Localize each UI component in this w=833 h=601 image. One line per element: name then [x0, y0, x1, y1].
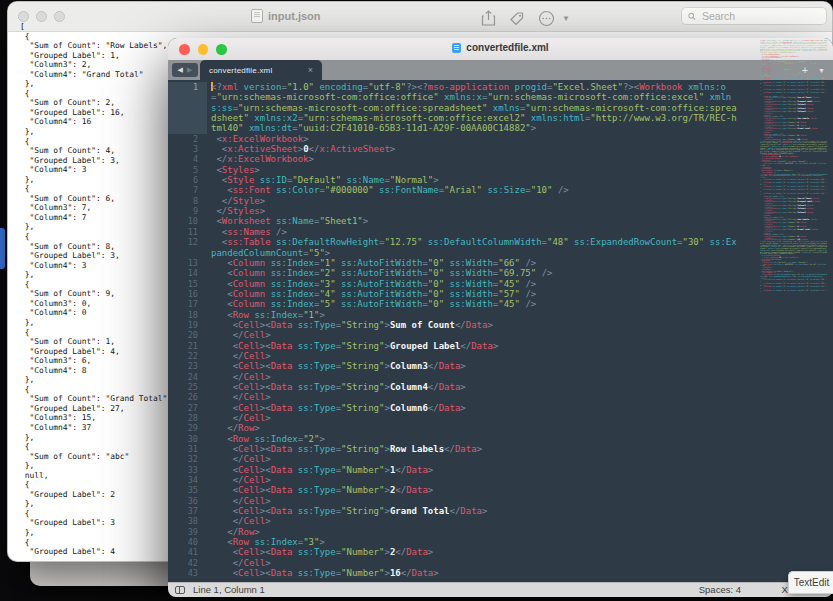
line-number: 42	[168, 558, 207, 568]
minimize-window-button[interactable]	[36, 11, 47, 22]
line-number: 26	[168, 392, 207, 402]
code-line: 14 <Column ss:Index="2" ss:AutoFitWidth=…	[168, 268, 833, 278]
line-number: 4	[168, 154, 207, 164]
code-line: 36 </Cell>	[168, 496, 833, 506]
line-number: 35	[168, 485, 207, 495]
line-number: 43	[168, 568, 207, 578]
line-number: 27	[168, 403, 207, 413]
code-line: 35 <Cell><Data ss:Type="Number">2</Data>	[168, 485, 833, 495]
line-number: 14	[168, 268, 207, 278]
line-number: 16	[168, 289, 207, 299]
code-line: 3 <x:ActiveSheet>0</x:ActiveSheet>	[168, 144, 833, 154]
line-number: 1	[168, 82, 207, 134]
line-number: 7	[168, 185, 207, 195]
tab-convertedfile-xml[interactable]: convertedfile.xml ×	[200, 60, 322, 80]
code-line: 24 </Cell>	[168, 372, 833, 382]
line-number: 36	[168, 496, 207, 506]
line-number: 22	[168, 351, 207, 361]
code-line: 29 </Row>	[168, 423, 833, 433]
code-line: 13 <Column ss:Index="1" ss:AutoFitWidth=…	[168, 258, 833, 268]
line-number: 25	[168, 382, 207, 392]
line-number: 17	[168, 299, 207, 309]
code-line: 26 </Cell>	[168, 392, 833, 402]
window-title: convertedfile.xml	[466, 42, 548, 53]
tab-label: convertedfile.xml	[200, 66, 272, 75]
line-number: 11	[168, 227, 207, 237]
line-number: 40	[168, 537, 207, 547]
line-number: 37	[168, 506, 207, 516]
code-line: 12 <ss:Table ss:DefaultRowHeight="12.75"…	[168, 237, 833, 258]
history-nav: ◀ ▶	[172, 63, 198, 77]
tab-bar: ◀ ▶ convertedfile.xml × + ▼	[168, 60, 833, 80]
window-title-group: input.json	[251, 9, 321, 23]
editor-status-bar: Line 1, Column 1 Spaces: 4 XML	[168, 582, 833, 597]
line-number: 3	[168, 144, 207, 154]
editor-titlebar[interactable]: convertedfile.xml	[168, 38, 833, 61]
back-button[interactable]: ◀	[178, 66, 183, 74]
code-line: 39 </Row>	[168, 527, 833, 537]
code-line: 37 <Cell><Data ss:Type="String">Grand To…	[168, 506, 833, 516]
code-line: 30 <Row ss:Index="2">	[168, 434, 833, 444]
tab-close-icon[interactable]: ×	[308, 65, 313, 75]
document-proxy-icon[interactable]	[251, 9, 263, 23]
close-window-button[interactable]	[18, 11, 29, 22]
search-icon	[688, 12, 696, 21]
line-number: 18	[168, 310, 207, 320]
code-line: 42 </Cell>	[168, 558, 833, 568]
minimap[interactable]: <?xml version="1.0" encoding="utf-8"?><?…	[760, 40, 828, 292]
code-line: 11 <ss:Names />	[168, 227, 833, 237]
line-number: 31	[168, 444, 207, 454]
forward-button[interactable]: ▶	[187, 66, 192, 74]
code-line: 22 </Cell>	[168, 351, 833, 361]
line-number: 29	[168, 423, 207, 433]
code-line: 28 </Cell>	[168, 413, 833, 423]
code-line: 23 <Cell><Data ss:Type="String">Column3<…	[168, 361, 833, 371]
code-line: 18 <Row ss:Index="1">	[168, 310, 833, 320]
line-number: 10	[168, 216, 207, 226]
line-number: 12	[168, 237, 207, 258]
code-line: 40 <Row ss:Index="3">	[168, 537, 833, 547]
code-line: 27 <Cell><Data ss:Type="String">Column6<…	[168, 403, 833, 413]
window-controls	[18, 11, 65, 22]
code-line: 6 <Style ss:ID="Default" ss:Name="Normal…	[168, 175, 833, 185]
code-line: 20 </Cell>	[168, 330, 833, 340]
code-line: 41 <Cell><Data ss:Type="Number">2</Data>	[168, 547, 833, 557]
line-number: 34	[168, 475, 207, 485]
code-line: 19 <Cell><Data ss:Type="String">Sum of C…	[168, 320, 833, 330]
line-number: 28	[168, 413, 207, 423]
line-number: 19	[168, 320, 207, 330]
line-number: 24	[168, 372, 207, 382]
code-line: 9 </Styles>	[168, 206, 833, 216]
code-line: 16 <Column ss:Index="4" ss:AutoFitWidth=…	[168, 289, 833, 299]
code-editor[interactable]: 1<?xml version="1.0" encoding="utf-8"?><…	[168, 80, 833, 583]
line-number: 41	[168, 547, 207, 557]
panel-toggle-icon[interactable]	[175, 586, 185, 594]
line-number: 6	[168, 175, 207, 185]
code-line: 15 <Column ss:Index="3" ss:AutoFitWidth=…	[168, 279, 833, 289]
code-line: 38 </Cell>	[168, 516, 833, 526]
code-line: 21 <Cell><Data ss:Type="String">Grouped …	[168, 341, 833, 351]
code-line: 32 </Cell>	[168, 454, 833, 464]
app-label-tooltip: TextEdit	[788, 571, 833, 594]
code-line: 8 </Style>	[168, 196, 833, 206]
indent-setting[interactable]: Spaces: 4	[699, 584, 741, 595]
line-number: 8	[168, 196, 207, 206]
code-line: 33 <Cell><Data ss:Type="Number">1</Data>	[168, 465, 833, 475]
search-input[interactable]	[700, 9, 820, 23]
zoom-window-button[interactable]	[54, 11, 65, 22]
line-number: 5	[168, 165, 207, 175]
window-title: input.json	[268, 10, 321, 22]
code-line: 1<?xml version="1.0" encoding="utf-8"?><…	[168, 82, 833, 134]
line-number: 15	[168, 279, 207, 289]
line-number: 20	[168, 330, 207, 340]
line-number: 39	[168, 527, 207, 537]
code-line: 4 </x:ExcelWorkbook>	[168, 154, 833, 164]
line-number: 23	[168, 361, 207, 371]
xml-file-icon	[452, 43, 461, 53]
line-number: 9	[168, 206, 207, 216]
code-line: 17 <Column ss:Index="5" ss:AutoFitWidth=…	[168, 299, 833, 309]
code-line: 7 <ss:Font ss:Color="#000000" ss:FontNam…	[168, 185, 833, 195]
editor-window: convertedfile.xml ◀ ▶ convertedfile.xml …	[168, 38, 833, 597]
desktop-blue-strip	[0, 228, 5, 269]
code-line: 31 <Cell><Data ss:Type="String">Row Labe…	[168, 444, 833, 454]
